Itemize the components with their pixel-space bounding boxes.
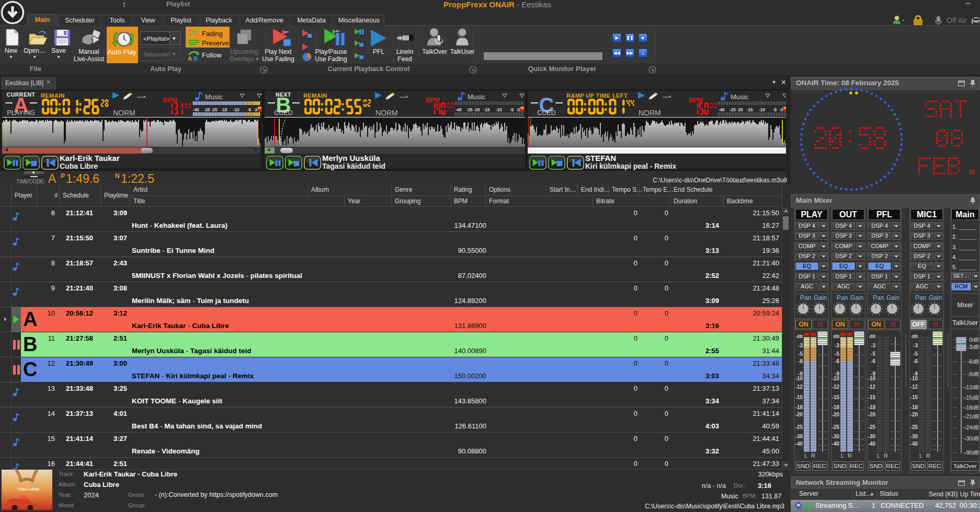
svg-text:B: B [193,55,198,61]
svg-text:A: A [188,55,192,61]
svg-text:Off Air: Off Air [947,16,967,25]
svg-text:CUBA LIBRE: CUBA LIBRE [17,487,40,491]
